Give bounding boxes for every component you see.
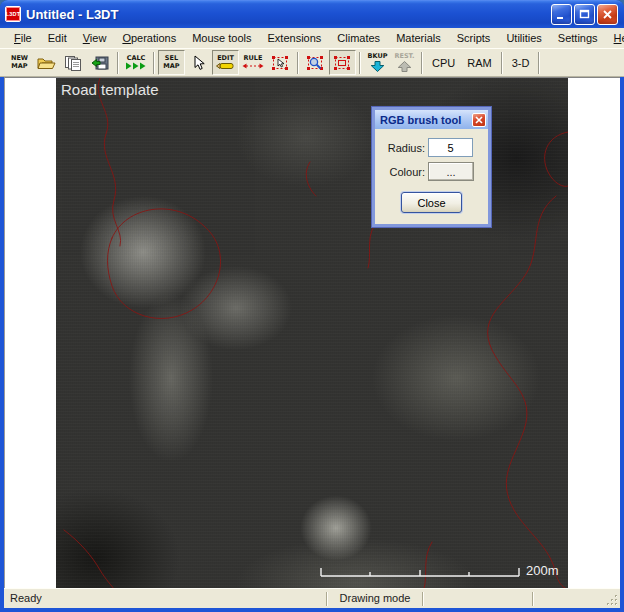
minimize-icon [556, 9, 567, 20]
region-frame-icon [333, 55, 352, 71]
toolbar-separator [297, 52, 299, 74]
scale-bar-label: 200m [526, 564, 559, 578]
rgb-brush-tool-dialog: RGB brush tool Radius: Colour: ... Close [372, 107, 491, 227]
zoom-region-button[interactable] [302, 50, 329, 75]
pointer-tool-button[interactable] [185, 50, 212, 75]
edit-tool-button[interactable]: EDIT [212, 50, 239, 75]
cpu-button[interactable]: CPU [426, 50, 461, 75]
status-separator [422, 592, 424, 606]
toolbar-separator [359, 52, 361, 74]
app-window: L3DT Untitled - L3DT FileEditViewOperati… [0, 0, 624, 612]
maximize-button[interactable] [574, 4, 595, 25]
menu-item-operations[interactable]: Operations [114, 30, 184, 47]
restore-button-label: REST. [394, 53, 414, 60]
tool-bar: NEW MAPCALCSEL MAPEDITRULEBKUPREST.CPURA… [0, 48, 624, 77]
select-region-icon [271, 55, 290, 71]
ruler-tool-button-label: RULE [244, 55, 263, 62]
toolbar-separator [538, 52, 540, 74]
title-bar[interactable]: L3DT Untitled - L3DT [0, 0, 624, 28]
backup-down-arrow-icon [370, 61, 385, 72]
edit-pencil-icon [216, 62, 236, 70]
new-map-button-label: NEW MAP [11, 55, 28, 70]
calc-arrows-icon [125, 62, 147, 70]
sel-map-button-label: SEL MAP [163, 55, 179, 70]
dialog-close-button[interactable]: Close [401, 192, 462, 213]
colour-label: Colour: [375, 166, 425, 178]
menu-item-utilities[interactable]: Utilities [498, 30, 549, 47]
menu-item-mouse-tools[interactable]: Mouse tools [184, 30, 259, 47]
toolbar-separator [153, 52, 155, 74]
status-text: Ready [10, 592, 42, 604]
heightmap-canvas[interactable]: Road template [56, 78, 568, 588]
save-disk-icon [91, 55, 110, 71]
minimize-button[interactable] [551, 4, 572, 25]
cpu-text-icon: CPU [429, 57, 458, 69]
menu-item-climates[interactable]: Climates [329, 30, 388, 47]
restore-up-arrow-icon [397, 61, 412, 72]
close-icon [602, 9, 613, 20]
menu-item-materials[interactable]: Materials [388, 30, 449, 47]
map-viewport: Road template [4, 77, 620, 588]
dialog-body: Radius: Colour: ... Close [375, 129, 488, 223]
calc-button[interactable]: CALC [122, 50, 150, 75]
l3dt-app-icon[interactable]: L3DT [5, 6, 21, 22]
menu-item-file[interactable]: File [6, 30, 40, 47]
menu-item-help[interactable]: Help [606, 30, 624, 47]
colour-picker-button[interactable]: ... [428, 162, 474, 181]
contour-lines [56, 78, 568, 588]
menu-bar: FileEditViewOperationsMouse toolsExtensi… [0, 28, 624, 48]
status-separator [326, 592, 328, 606]
radius-label: Radius: [375, 142, 425, 154]
menu-item-edit[interactable]: Edit [40, 30, 75, 47]
toolbar-separator [117, 52, 119, 74]
ram-text-icon: RAM [464, 57, 494, 69]
dialog-close-icon[interactable] [472, 113, 486, 127]
radius-input[interactable] [428, 138, 473, 157]
save-import-button[interactable] [87, 50, 114, 75]
menu-item-view[interactable]: View [75, 30, 115, 47]
menu-item-extensions[interactable]: Extensions [260, 30, 330, 47]
open-button[interactable] [33, 50, 60, 75]
toolbar-separator [421, 52, 423, 74]
copy-pages-icon [64, 55, 83, 71]
ruler-tool-button[interactable]: RULE [239, 50, 267, 75]
view-3d-button[interactable]: 3-D [506, 50, 536, 75]
sel-map-button[interactable]: SEL MAP [158, 50, 185, 75]
calc-button-label: CALC [127, 55, 146, 62]
menu-item-settings[interactable]: Settings [550, 30, 606, 47]
map-title-overlay: Road template [61, 81, 159, 98]
maximize-icon [579, 9, 590, 20]
folder-open-icon [37, 55, 57, 71]
ram-button[interactable]: RAM [461, 50, 497, 75]
resize-grip[interactable] [606, 594, 619, 607]
status-bar: Ready Drawing mode [4, 588, 620, 608]
window-title: Untitled - L3DT [26, 7, 551, 22]
select-region-button[interactable] [267, 50, 294, 75]
copy-button[interactable] [60, 50, 87, 75]
window-controls [551, 4, 618, 25]
backup-button[interactable]: BKUP [364, 50, 391, 75]
scale-bar-ticks [320, 564, 520, 578]
cursor-icon [192, 55, 206, 71]
restore-button[interactable]: REST. [391, 50, 418, 75]
ruler-icon [242, 62, 264, 70]
zoom-region-icon [306, 55, 325, 71]
dialog-title-bar[interactable]: RGB brush tool [375, 110, 488, 129]
edit-tool-button-label: EDIT [217, 55, 234, 62]
toolbar-separator [501, 52, 503, 74]
new-map-button[interactable]: NEW MAP [6, 50, 33, 75]
mode-text: Drawing mode [330, 592, 420, 604]
menu-item-scripts[interactable]: Scripts [449, 30, 499, 47]
3d-text-icon: 3-D [509, 57, 533, 69]
backup-button-label: BKUP [368, 53, 388, 60]
status-separator [532, 592, 534, 606]
scale-bar: 200m [320, 564, 559, 578]
dialog-title: RGB brush tool [380, 114, 472, 126]
close-button[interactable] [597, 4, 618, 25]
active-region-button[interactable] [329, 50, 356, 75]
